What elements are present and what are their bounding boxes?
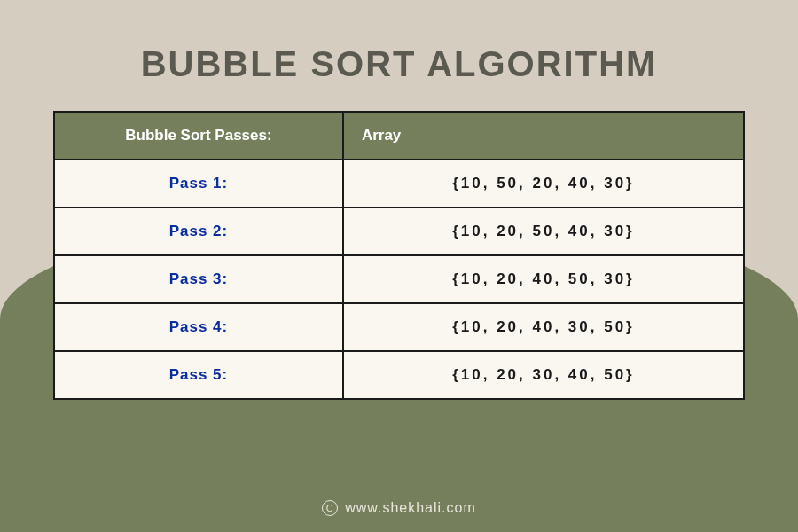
pass-label: Pass 2: bbox=[55, 208, 344, 254]
table-row: Pass 3: {10, 20, 40, 50, 30} bbox=[55, 254, 743, 302]
array-value: {10, 50, 20, 40, 30} bbox=[344, 160, 743, 207]
table-row: Pass 1: {10, 50, 20, 40, 30} bbox=[55, 159, 743, 207]
table-header: Bubble Sort Passes: Array bbox=[55, 113, 743, 159]
footer: C www.shekhali.com bbox=[0, 500, 798, 516]
pass-label: Pass 5: bbox=[55, 352, 344, 398]
array-value: {10, 20, 50, 40, 30} bbox=[344, 208, 743, 254]
header-array-label: Array bbox=[344, 113, 743, 159]
array-value: {10, 20, 30, 40, 50} bbox=[344, 352, 743, 398]
bubble-sort-table: Bubble Sort Passes: Array Pass 1: {10, 5… bbox=[53, 111, 745, 400]
table-row: Pass 5: {10, 20, 30, 40, 50} bbox=[55, 350, 743, 398]
array-value: {10, 20, 40, 50, 30} bbox=[344, 256, 743, 302]
array-value: {10, 20, 40, 30, 50} bbox=[344, 304, 743, 350]
header-passes-label: Bubble Sort Passes: bbox=[55, 113, 344, 159]
table-row: Pass 2: {10, 20, 50, 40, 30} bbox=[55, 207, 743, 254]
pass-label: Pass 3: bbox=[55, 256, 344, 302]
pass-label: Pass 4: bbox=[55, 304, 344, 350]
copyright-icon: C bbox=[322, 500, 338, 516]
page-title: BUBBLE SORT ALGORITHM bbox=[53, 44, 745, 84]
footer-url: www.shekhali.com bbox=[345, 500, 476, 516]
pass-label: Pass 1: bbox=[55, 160, 344, 207]
content-wrapper: BUBBLE SORT ALGORITHM Bubble Sort Passes… bbox=[0, 0, 798, 400]
table-row: Pass 4: {10, 20, 40, 30, 50} bbox=[55, 302, 743, 350]
